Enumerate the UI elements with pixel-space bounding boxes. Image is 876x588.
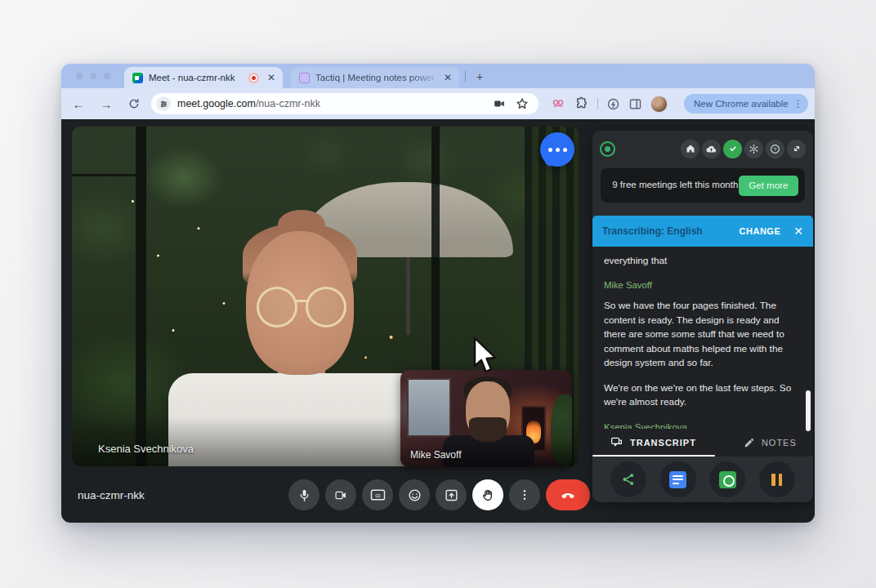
emoji-icon xyxy=(408,488,422,502)
mouse-cursor xyxy=(472,336,500,376)
present-screen-icon xyxy=(445,488,458,502)
share-button[interactable] xyxy=(610,461,646,497)
cloud-upload-icon xyxy=(706,145,717,154)
gear-icon xyxy=(749,144,759,154)
participant-glasses xyxy=(257,287,348,329)
meet-page: Ksenia Svechnikova Mike Savoff nua-czmr-… xyxy=(61,119,815,523)
toolbar-divider xyxy=(597,98,598,109)
microphone-icon xyxy=(297,488,311,502)
tactiq-favicon xyxy=(299,73,310,83)
collapse-panel-button[interactable] xyxy=(787,140,806,158)
recording-indicator-icon xyxy=(248,73,259,83)
zoom-window-button[interactable] xyxy=(104,73,110,79)
main-participant-name: Ksenia Svechnikova xyxy=(98,443,194,455)
microphone-button[interactable] xyxy=(288,479,320,510)
privacy-shield-button[interactable] xyxy=(723,140,742,158)
meet-favicon xyxy=(132,73,143,83)
extensions-puzzle-icon[interactable] xyxy=(574,96,589,111)
camera-icon xyxy=(333,489,348,501)
present-button[interactable] xyxy=(436,479,467,510)
help-button[interactable]: ? xyxy=(766,140,784,158)
camera-button[interactable] xyxy=(325,479,356,510)
export-to-docs-button[interactable] xyxy=(660,461,696,497)
url-domain: meet.google.com xyxy=(177,98,256,109)
site-settings-icon[interactable] xyxy=(156,96,171,111)
new-tab-button[interactable]: + xyxy=(476,70,483,83)
tab-notes[interactable]: NOTES xyxy=(744,437,797,448)
close-tab-icon[interactable]: ✕ xyxy=(444,72,452,83)
chrome-update-button[interactable]: New Chrome available ⋮ xyxy=(684,94,808,114)
transcript-speaker: Ksenia Svechnikova xyxy=(604,422,802,429)
transcript-line: We're on the we're on the last few steps… xyxy=(604,381,802,410)
tab-strip: Meet - nua-czmr-nkk ✕ Tactiq | Meeting n… xyxy=(61,64,815,88)
home-button[interactable] xyxy=(681,140,699,158)
tab-divider xyxy=(465,71,466,82)
quota-card: 9 free meetings left this month Get more xyxy=(601,168,805,203)
tab-transcript[interactable]: TRANSCRIPT xyxy=(610,437,696,448)
window-controls[interactable] xyxy=(76,73,110,79)
extension-lens-icon[interactable] xyxy=(606,97,620,111)
transcript-panel[interactable]: everything that Mike Savoff So we have t… xyxy=(592,247,813,429)
sidebar-scrollbar[interactable] xyxy=(806,390,811,431)
pip-video-tile[interactable]: Mike Savoff xyxy=(400,370,572,467)
window-frame xyxy=(72,174,137,176)
url-path: /nua-czmr-nkk xyxy=(256,98,320,109)
screenshot-button[interactable] xyxy=(709,461,745,497)
change-language-button[interactable]: CHANGE xyxy=(740,226,781,236)
side-panel-icon[interactable] xyxy=(628,97,642,111)
reload-button[interactable] xyxy=(123,93,145,114)
camera-access-icon[interactable] xyxy=(493,98,506,109)
more-vertical-icon xyxy=(518,488,531,501)
chat-bubble-button[interactable] xyxy=(540,132,574,167)
reactions-button[interactable] xyxy=(399,479,430,510)
resize-diagonal-icon xyxy=(792,144,802,154)
settings-button[interactable] xyxy=(744,140,763,158)
active-tab-underline xyxy=(592,455,715,457)
profile-avatar[interactable] xyxy=(650,96,668,113)
share-icon xyxy=(621,472,636,487)
captions-button[interactable]: cc xyxy=(362,479,393,510)
tactiq-sidebar: ? 9 free meetings left this month Get mo… xyxy=(592,131,813,502)
more-options-button[interactable] xyxy=(509,479,540,510)
close-banner-icon[interactable]: ✕ xyxy=(793,225,803,238)
extension-pink-icon[interactable] xyxy=(550,96,566,111)
upload-button[interactable] xyxy=(702,140,721,158)
raise-hand-button[interactable] xyxy=(472,479,503,510)
pencil-icon xyxy=(744,437,755,448)
sidebar-actions xyxy=(592,457,813,502)
tab-title: Tactiq | Meeting notes power xyxy=(315,73,440,82)
close-window-button[interactable] xyxy=(76,73,83,79)
meeting-code: nua-czmr-nkk xyxy=(78,489,145,501)
raise-hand-icon xyxy=(481,488,495,502)
pause-icon xyxy=(771,474,782,486)
back-button[interactable]: ← xyxy=(68,93,89,114)
transcript-line: So we have the four pages finished. The … xyxy=(604,299,802,370)
chrome-menu-icon[interactable]: ⋮ xyxy=(793,98,803,109)
window-frame xyxy=(136,127,146,466)
help-icon: ? xyxy=(770,144,780,154)
snowy-window xyxy=(407,378,451,437)
svg-text:?: ? xyxy=(774,146,777,151)
chrome-update-label: New Chrome available xyxy=(694,99,789,109)
bookmark-star-icon[interactable] xyxy=(516,97,529,110)
transcribing-label: Transcribing: English xyxy=(602,225,703,237)
sidebar-tabs: TRANSCRIPT NOTES xyxy=(592,429,813,457)
pip-participant-beard xyxy=(469,417,507,442)
pip-participant-name: Mike Savoff xyxy=(410,449,461,461)
browser-window: Meet - nua-czmr-nkk ✕ Tactiq | Meeting n… xyxy=(61,64,815,523)
tab-meet[interactable]: Meet - nua-czmr-nkk ✕ xyxy=(124,67,283,88)
forward-button[interactable]: → xyxy=(96,93,117,114)
google-docs-icon xyxy=(669,471,686,488)
shield-check-icon xyxy=(728,144,738,154)
captions-icon: cc xyxy=(370,488,386,501)
get-more-button[interactable]: Get more xyxy=(739,176,798,196)
minimize-window-button[interactable] xyxy=(90,73,96,79)
tab-tactiq[interactable]: Tactiq | Meeting notes power ✕ xyxy=(291,67,459,88)
address-bar[interactable]: meet.google.com/nua-czmr-nkk xyxy=(151,93,539,114)
end-call-button[interactable] xyxy=(546,479,590,510)
pause-transcription-button[interactable] xyxy=(759,461,795,497)
close-tab-icon[interactable]: ✕ xyxy=(267,72,275,83)
svg-text:cc: cc xyxy=(375,492,381,498)
browser-toolbar: ← → meet.google.com/nua-czmr-nkk New Chr… xyxy=(61,88,815,119)
tactiq-header: ? xyxy=(592,134,813,163)
